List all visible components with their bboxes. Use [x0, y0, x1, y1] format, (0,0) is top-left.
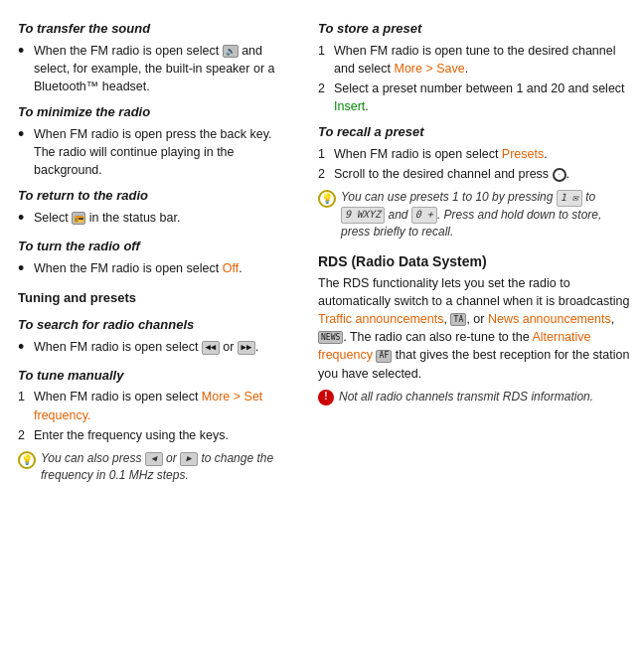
- text-transfer-sound: When the FM radio is open select 🔊 and s…: [34, 42, 296, 95]
- rds-text: The RDS functionality lets you set the r…: [318, 274, 630, 383]
- num-2: 2: [18, 426, 32, 444]
- text-recall-1: When FM radio is open select Presets.: [334, 145, 630, 163]
- num-store-2: 2: [318, 80, 332, 97]
- rds-heading: RDS (Radio Data System): [318, 251, 630, 271]
- prev-icon: ◀◀: [202, 341, 220, 355]
- numbered-recall-2: 2 Scroll to the desired channel and pres…: [318, 165, 630, 183]
- subheading-tuning-presets: Tuning and presets: [18, 289, 296, 308]
- bullet-dot-4: •: [18, 258, 32, 280]
- bullet-dot-2: •: [18, 124, 32, 146]
- tip-text-frequency: You can also press ◀ or ▶ to change the …: [41, 450, 296, 485]
- bullet-dot: •: [18, 41, 32, 63]
- left-column: To transfer the sound • When the FM radi…: [0, 12, 308, 635]
- more-save-link: More > Save: [394, 62, 464, 76]
- ta-icon: TA: [450, 313, 466, 326]
- more-set-freq-link: More > Set frequency.: [34, 390, 262, 421]
- status-bar-icon: 📻: [72, 212, 85, 225]
- text-store-1: When FM radio is open tune to the desire…: [334, 42, 630, 78]
- insert-link: Insert: [334, 99, 365, 113]
- heading-search-channels: To search for radio channels: [18, 316, 296, 335]
- text-tune-1: When FM radio is open select More > Set …: [34, 388, 296, 423]
- tip-icon: 💡: [18, 451, 36, 469]
- text-return-radio: Select 📻 in the status bar.: [34, 209, 296, 227]
- bullet-search-channels: • When FM radio is open select ◀◀ or ▶▶.: [18, 338, 296, 359]
- page-container: To transfer the sound • When the FM radi…: [0, 0, 644, 647]
- text-minimize-radio: When FM radio is open press the back key…: [34, 125, 296, 179]
- text-tune-2: Enter the frequency using the keys.: [34, 426, 296, 444]
- kbd-0-icon: 0 +: [411, 207, 437, 224]
- tip-text-presets: You can use presets 1 to 10 by pressing …: [341, 189, 630, 241]
- off-link: Off: [223, 261, 239, 275]
- text-turn-off-radio: When the FM radio is open select Off.: [34, 259, 296, 277]
- numbered-tune-1: 1 When FM radio is open select More > Se…: [18, 388, 296, 423]
- heading-tune-manually: To tune manually: [18, 367, 296, 386]
- news-icon: NEWS: [318, 331, 343, 344]
- af-icon: AF: [376, 350, 392, 363]
- tip-box-presets: 💡 You can use presets 1 to 10 by pressin…: [318, 189, 630, 241]
- text-store-2: Select a preset number between 1 and 20 …: [334, 80, 630, 115]
- bullet-turn-off-radio: • When the FM radio is open select Off.: [18, 259, 296, 280]
- warning-box-rds: ! Not all radio channels transmit RDS in…: [318, 389, 630, 405]
- numbered-tune-2: 2 Enter the frequency using the keys.: [18, 426, 296, 444]
- numbered-recall-1: 1 When FM radio is open select Presets.: [318, 145, 630, 163]
- presets-link: Presets: [502, 147, 544, 161]
- news-announcements-link: News announcements: [488, 312, 611, 326]
- num-recall-2: 2: [318, 165, 332, 183]
- tip-box-frequency: 💡 You can also press ◀ or ▶ to change th…: [18, 450, 296, 485]
- next-icon: ▶▶: [238, 341, 255, 355]
- alternative-frequency-link: Alternative frequency: [318, 330, 591, 362]
- text-recall-2: Scroll to the desired channel and press …: [334, 165, 630, 183]
- numbered-store-1: 1 When FM radio is open tune to the desi…: [318, 42, 630, 78]
- warning-text-rds: Not all radio channels transmit RDS info…: [339, 389, 630, 405]
- bullet-dot-3: •: [18, 208, 32, 230]
- num-store-1: 1: [318, 42, 332, 60]
- kbd-9-icon: 9 WXYZ: [341, 207, 385, 224]
- kbd-1-icon: 1 ✉: [557, 190, 582, 207]
- speaker-icon: 🔊: [223, 45, 239, 58]
- heading-transfer-sound: To transfer the sound: [18, 20, 296, 39]
- traffic-announcements-link: Traffic announcements: [318, 312, 443, 326]
- warning-icon: !: [318, 390, 334, 405]
- num-recall-1: 1: [318, 145, 332, 163]
- heading-recall-preset: To recall a preset: [318, 123, 630, 142]
- bullet-dot-5: •: [18, 337, 32, 359]
- num-1: 1: [18, 388, 32, 405]
- right-column: To store a preset 1 When FM radio is ope…: [308, 12, 644, 635]
- heading-turn-off-radio: To turn the radio off: [18, 238, 296, 256]
- heading-store-preset: To store a preset: [318, 20, 630, 39]
- bullet-transfer-sound: • When the FM radio is open select 🔊 and…: [18, 42, 296, 95]
- bullet-return-radio: • Select 📻 in the status bar.: [18, 209, 296, 230]
- text-search-channels: When FM radio is open select ◀◀ or ▶▶.: [34, 338, 296, 356]
- circle-dot-icon: ·: [553, 168, 566, 182]
- numbered-store-2: 2 Select a preset number between 1 and 2…: [318, 80, 630, 115]
- heading-return-radio: To return to the radio: [18, 187, 296, 206]
- bullet-minimize-radio: • When FM radio is open press the back k…: [18, 125, 296, 179]
- heading-minimize-radio: To minimize the radio: [18, 103, 296, 122]
- left-freq-icon: ◀: [145, 452, 163, 466]
- tip-icon-2: 💡: [318, 190, 336, 208]
- right-freq-icon: ▶: [180, 452, 198, 466]
